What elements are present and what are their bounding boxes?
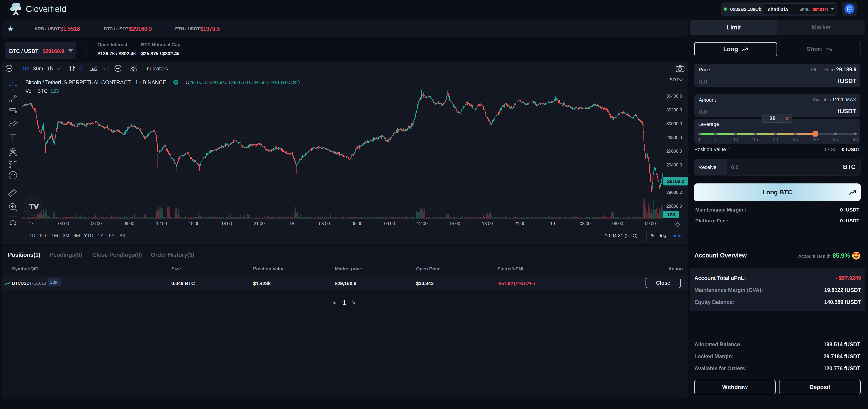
svg-text:19: 19 (550, 221, 555, 226)
svg-text:06:00: 06:00 (91, 221, 102, 226)
svg-text:O29160.0 H29160.3 L29160.0 C29: O29160.0 H29160.3 L29160.0 C29160.2 +0.1… (186, 80, 300, 85)
svg-text:09:00: 09:00 (123, 221, 134, 226)
svg-text:21:00: 21:00 (254, 221, 265, 226)
svg-text:06:00: 06:00 (612, 221, 623, 226)
svg-text:29000.0: 29000.0 (666, 190, 682, 195)
svg-text:29800.0: 29800.0 (666, 135, 682, 140)
svg-text:18:00: 18:00 (482, 221, 493, 226)
svg-text:123: 123 (50, 88, 59, 94)
svg-text:15:00: 15:00 (189, 221, 199, 226)
svg-text:29600.0: 29600.0 (666, 149, 682, 153)
svg-text:USDT: USDT (666, 77, 679, 82)
svg-text:30400.0: 30400.0 (666, 93, 682, 98)
svg-text:12:00: 12:00 (417, 221, 428, 226)
svg-text:17: 17 (29, 221, 33, 226)
svg-text:18: 18 (289, 221, 294, 226)
svg-text:09:00: 09:00 (384, 221, 395, 226)
svg-text:09:00: 09:00 (645, 221, 656, 226)
svg-text:Vol · BTC: Vol · BTC (25, 88, 48, 94)
svg-text:30000.0: 30000.0 (666, 121, 682, 126)
svg-text:03:00: 03:00 (580, 221, 590, 226)
svg-text:21:00: 21:00 (515, 221, 525, 226)
svg-text:18:00: 18:00 (221, 221, 232, 226)
svg-text:30200.0: 30200.0 (666, 107, 682, 112)
svg-text:29400.0: 29400.0 (666, 163, 682, 167)
svg-text:123: 123 (667, 212, 675, 217)
svg-text:29160.2: 29160.2 (667, 178, 684, 184)
svg-text:12:00: 12:00 (156, 221, 167, 226)
svg-text:28800.0: 28800.0 (666, 204, 682, 209)
svg-text:03:00: 03:00 (58, 221, 69, 226)
svg-text:06:00: 06:00 (351, 221, 362, 226)
svg-text:15:00: 15:00 (449, 221, 460, 226)
svg-text:03:00: 03:00 (319, 221, 330, 226)
svg-text:Bitcoin / TetherUS PERPETUAL C: Bitcoin / TetherUS PERPETUAL CONTRACT · … (25, 79, 166, 85)
